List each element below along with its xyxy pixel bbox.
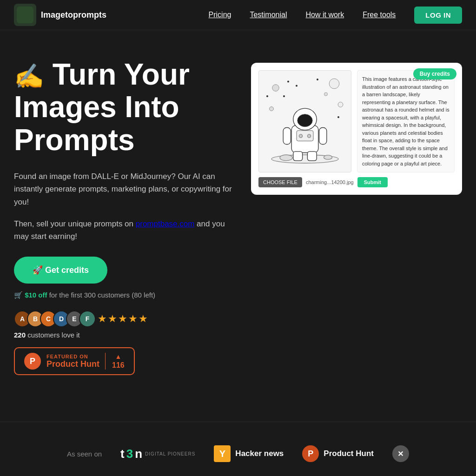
svg-point-15	[272, 85, 279, 91]
demo-sketch	[258, 70, 351, 172]
logo-text: Imagetoprompts	[41, 10, 106, 20]
customers-count: 220	[14, 331, 26, 339]
svg-rect-9	[319, 128, 327, 145]
avatar: F	[79, 311, 96, 327]
seen-item-t3n[interactable]: t 3 n digital pioneers	[120, 447, 195, 461]
ph-upvote-arrow: ▲	[115, 353, 121, 360]
svg-point-13	[299, 134, 302, 138]
hero-title: ✍️ Turn Your Images Into Prompts	[14, 58, 237, 156]
x-icon: ✕	[392, 445, 409, 462]
as-seen-on-label: As seen on	[67, 450, 102, 458]
product-hunt-text: FEATURED ON Product Hunt	[46, 354, 99, 369]
svg-point-24	[338, 117, 339, 118]
logo-icon: 🖼	[14, 4, 36, 26]
seen-item-x[interactable]: ✕	[392, 445, 409, 462]
avatar-group: A B C D E F	[14, 311, 92, 327]
customers-text: 220 customers love it	[14, 331, 237, 339]
hero-right: Buy credits	[251, 58, 462, 195]
discount-amount: $10 off	[25, 291, 47, 299]
pencil-icon: ✍️	[14, 63, 44, 90]
hacker-news-label: Hacker news	[235, 449, 284, 458]
svg-point-19	[324, 93, 327, 96]
promptbase-link[interactable]: promptbase.com	[136, 219, 195, 228]
nav-pricing[interactable]: Pricing	[209, 11, 231, 19]
ph-featured-label: FEATURED ON	[46, 354, 99, 359]
nav-testimonial[interactable]: Testimonial	[250, 11, 287, 19]
t3n-logo: t 3 n	[120, 447, 142, 461]
demo-controls: CHOOSE FILE charming...14200.jpg Submit	[258, 177, 455, 187]
hero-description2: Then, sell your unique prompts on prompt…	[14, 218, 237, 243]
product-hunt-badge[interactable]: P FEATURED ON Product Hunt ▲ 116	[14, 347, 135, 375]
hacker-news-icon: Y	[214, 445, 231, 462]
ph-name: Product Hunt	[46, 359, 99, 369]
svg-point-14	[307, 134, 311, 138]
get-credits-button[interactable]: 🚀 Get credits	[14, 257, 107, 284]
demo-text-area: This image features a cartoon-style illu…	[357, 70, 455, 172]
ph-count-area: ▲ 116	[105, 353, 125, 370]
svg-rect-10	[293, 152, 303, 161]
as-seen-on-section: As seen on t 3 n digital pioneers Y Hack…	[0, 422, 476, 476]
svg-point-20	[288, 81, 289, 82]
choose-file-button[interactable]: CHOOSE FILE	[258, 177, 302, 187]
submit-button[interactable]: Submit	[357, 177, 388, 187]
hero-left: ✍️ Turn Your Images Into Prompts Found a…	[14, 58, 237, 375]
demo-card: Buy credits	[251, 63, 462, 195]
header: 🖼 Imagetoprompts Pricing Testimonial How…	[0, 0, 476, 30]
seen-item-product-hunt[interactable]: P Product Hunt	[302, 445, 374, 462]
product-hunt-label: Product Hunt	[324, 449, 374, 458]
product-hunt-icon: P	[302, 445, 319, 462]
svg-rect-8	[283, 128, 291, 145]
logo-area: 🖼 Imagetoprompts	[14, 4, 106, 26]
hero-description1: Found an image from DALL-E or MidJourney…	[14, 170, 237, 208]
svg-rect-0	[17, 7, 33, 23]
star-rating: ★★★★★	[98, 313, 149, 325]
svg-point-18	[338, 102, 343, 107]
svg-point-17	[270, 107, 274, 111]
stars-row: A B C D E F ★★★★★	[14, 311, 237, 327]
svg-point-22	[317, 79, 318, 80]
demo-description-box: This image features a cartoon-style illu…	[357, 70, 455, 172]
svg-point-16	[329, 79, 339, 89]
login-button[interactable]: LOG IN	[414, 7, 462, 24]
nav-free-tools[interactable]: Free tools	[363, 11, 396, 19]
svg-point-3	[280, 155, 292, 161]
t3n-subtext: digital pioneers	[145, 451, 195, 456]
product-hunt-logo: P	[24, 353, 41, 370]
demo-image-area	[258, 70, 351, 172]
svg-point-4	[324, 155, 332, 159]
demo-inner: This image features a cartoon-style illu…	[258, 70, 455, 172]
ph-count-number: 116	[112, 361, 125, 370]
svg-point-25	[267, 96, 268, 97]
nav-how-it-work[interactable]: How it work	[306, 11, 344, 19]
seen-item-hacker-news[interactable]: Y Hacker news	[214, 445, 284, 462]
svg-rect-11	[307, 152, 317, 161]
svg-point-23	[284, 96, 285, 97]
hero-section: ✍️ Turn Your Images Into Prompts Found a…	[0, 30, 476, 394]
svg-point-21	[296, 85, 298, 86]
buy-credits-button[interactable]: Buy credits	[413, 68, 456, 79]
discount-line: 🛒 $10 off for the first 300 customers (8…	[14, 291, 237, 299]
main-nav: Pricing Testimonial How it work Free too…	[209, 11, 396, 19]
svg-point-7	[298, 114, 312, 127]
demo-filename: charming...14200.jpg	[306, 179, 354, 185]
